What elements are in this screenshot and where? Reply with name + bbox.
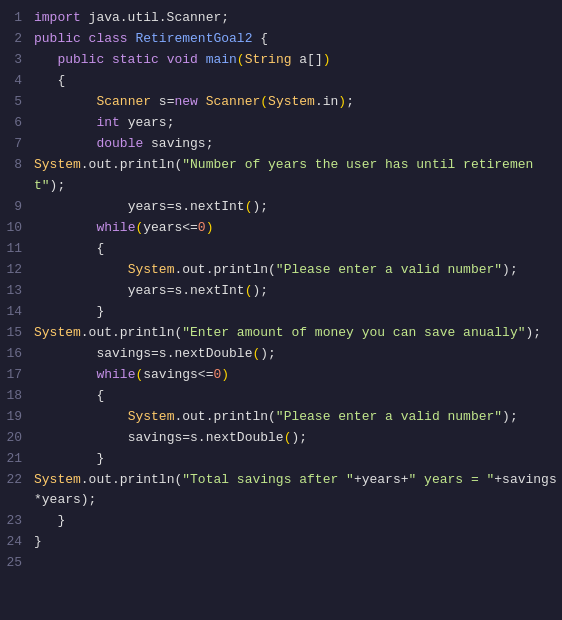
line-number-18: 18	[0, 386, 30, 407]
line-content-5: Scanner s=new Scanner(System.in);	[30, 92, 562, 113]
line-number-6: 6	[0, 113, 30, 134]
line-content-14: }	[30, 302, 562, 323]
line-content-22: System.out.println("Total savings after …	[30, 470, 562, 512]
line-number-24: 24	[0, 532, 30, 553]
code-editor: 1 import java.util.Scanner; 2 public cla…	[0, 0, 562, 620]
line-12: 12 System.out.println("Please enter a va…	[0, 260, 562, 281]
line-number-11: 11	[0, 239, 30, 260]
line-content-6: int years;	[30, 113, 562, 134]
line-7: 7 double savings;	[0, 134, 562, 155]
line-content-3: public static void main(String a[])	[30, 50, 562, 71]
line-3: 3 public static void main(String a[])	[0, 50, 562, 71]
line-5: 5 Scanner s=new Scanner(System.in);	[0, 92, 562, 113]
line-19: 19 System.out.println("Please enter a va…	[0, 407, 562, 428]
line-content-19: System.out.println("Please enter a valid…	[30, 407, 562, 428]
line-number-16: 16	[0, 344, 30, 365]
line-number-10: 10	[0, 218, 30, 239]
line-content-20: savings=s.nextDouble();	[30, 428, 562, 449]
line-number-22: 22	[0, 470, 30, 491]
line-number-21: 21	[0, 449, 30, 470]
line-4: 4 {	[0, 71, 562, 92]
line-number-17: 17	[0, 365, 30, 386]
line-content-23: }	[30, 511, 562, 532]
line-number-14: 14	[0, 302, 30, 323]
line-10: 10 while(years<=0)	[0, 218, 562, 239]
line-22: 22 System.out.println("Total savings aft…	[0, 470, 562, 512]
line-number-8: 8	[0, 155, 30, 176]
line-8: 8 System.out.println("Number of years th…	[0, 155, 562, 197]
line-number-13: 13	[0, 281, 30, 302]
line-24: 24 }	[0, 532, 562, 553]
line-2: 2 public class RetirementGoal2 {	[0, 29, 562, 50]
line-15: 15 System.out.println("Enter amount of m…	[0, 323, 562, 344]
line-content-1: import java.util.Scanner;	[30, 8, 562, 29]
line-number-9: 9	[0, 197, 30, 218]
line-11: 11 {	[0, 239, 562, 260]
line-6: 6 int years;	[0, 113, 562, 134]
line-content-18: {	[30, 386, 562, 407]
line-number-3: 3	[0, 50, 30, 71]
line-number-25: 25	[0, 553, 30, 574]
line-1: 1 import java.util.Scanner;	[0, 8, 562, 29]
line-25: 25	[0, 553, 562, 574]
line-20: 20 savings=s.nextDouble();	[0, 428, 562, 449]
line-content-9: years=s.nextInt();	[30, 197, 562, 218]
line-13: 13 years=s.nextInt();	[0, 281, 562, 302]
line-content-21: }	[30, 449, 562, 470]
line-number-5: 5	[0, 92, 30, 113]
line-content-11: {	[30, 239, 562, 260]
line-content-17: while(savings<=0)	[30, 365, 562, 386]
line-17: 17 while(savings<=0)	[0, 365, 562, 386]
line-content-7: double savings;	[30, 134, 562, 155]
line-number-2: 2	[0, 29, 30, 50]
line-content-4: {	[30, 71, 562, 92]
line-content-12: System.out.println("Please enter a valid…	[30, 260, 562, 281]
line-content-24: }	[30, 532, 562, 553]
line-number-15: 15	[0, 323, 30, 344]
line-21: 21 }	[0, 449, 562, 470]
line-16: 16 savings=s.nextDouble();	[0, 344, 562, 365]
line-content-13: years=s.nextInt();	[30, 281, 562, 302]
line-14: 14 }	[0, 302, 562, 323]
line-content-15: System.out.println("Enter amount of mone…	[30, 323, 562, 344]
line-18: 18 {	[0, 386, 562, 407]
line-content-16: savings=s.nextDouble();	[30, 344, 562, 365]
line-number-7: 7	[0, 134, 30, 155]
line-content-2: public class RetirementGoal2 {	[30, 29, 562, 50]
line-content-8: System.out.println("Number of years the …	[30, 155, 562, 197]
line-number-4: 4	[0, 71, 30, 92]
line-number-12: 12	[0, 260, 30, 281]
line-9: 9 years=s.nextInt();	[0, 197, 562, 218]
line-content-10: while(years<=0)	[30, 218, 562, 239]
line-number-20: 20	[0, 428, 30, 449]
line-23: 23 }	[0, 511, 562, 532]
line-number-23: 23	[0, 511, 30, 532]
line-number-19: 19	[0, 407, 30, 428]
line-number-1: 1	[0, 8, 30, 29]
